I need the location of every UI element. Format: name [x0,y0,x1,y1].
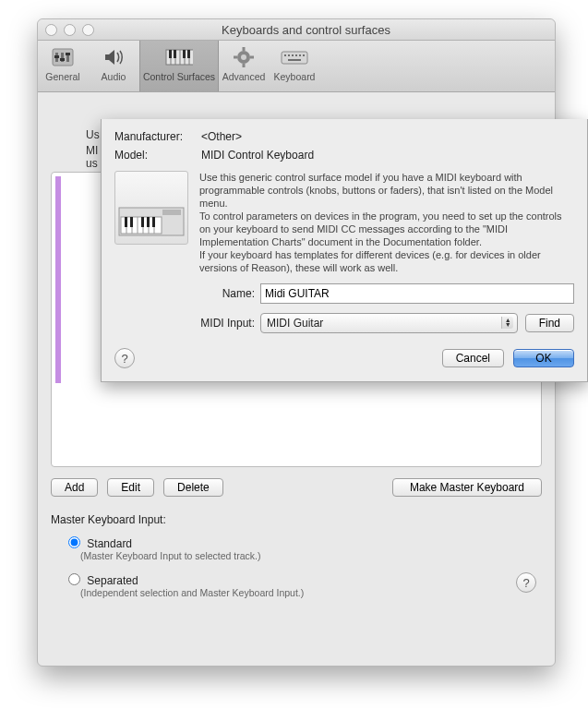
svg-rect-16 [187,50,190,58]
keyboard-icon [281,45,308,69]
svg-rect-26 [292,54,294,56]
svg-rect-15 [183,50,186,58]
tab-control-surfaces[interactable]: Control Surfaces [139,41,219,91]
svg-rect-27 [295,54,297,56]
model-label: Model: [114,149,201,162]
name-label: Name: [114,287,255,300]
tab-audio[interactable]: Audio [89,41,139,91]
svg-rect-23 [282,52,307,64]
svg-rect-29 [303,54,305,56]
svg-rect-44 [152,217,155,227]
master-keyboard-input-label: Master Keyboard Input: [51,513,542,526]
piano-icon [165,45,193,69]
close-window-button[interactable] [45,24,57,36]
midi-input-popup[interactable]: MIDI Guitar ▲▼ [260,313,518,333]
titlebar: Keyboards and control surfaces [38,19,555,41]
svg-rect-14 [174,50,176,58]
svg-point-18 [241,54,246,60]
svg-rect-6 [66,53,70,55]
device-image [114,171,188,245]
prefs-toolbar: General Audio Control Surfaces Advanced … [38,41,555,92]
radio-standard[interactable]: Standard [64,537,132,550]
radio-separated-input[interactable] [68,573,80,585]
svg-rect-41 [130,217,133,227]
svg-rect-4 [54,55,59,58]
radio-standard-input[interactable] [68,536,80,548]
svg-rect-22 [250,56,254,59]
device-list-selection[interactable] [55,176,61,383]
radio-separated[interactable]: Separated [64,574,138,587]
svg-rect-21 [234,56,237,59]
delete-button[interactable]: Delete [163,478,223,497]
device-description: Use this generic control surface model i… [199,171,574,274]
svg-rect-43 [147,217,150,227]
find-button[interactable]: Find [525,314,574,332]
svg-rect-25 [288,54,290,56]
svg-rect-5 [60,58,65,61]
svg-rect-28 [299,54,301,56]
svg-rect-20 [243,64,246,67]
manufacturer-value: <Other> [201,130,242,143]
svg-rect-32 [162,210,181,215]
svg-rect-30 [288,59,301,61]
tab-advanced[interactable]: Advanced [219,41,270,91]
chevron-up-down-icon: ▲▼ [505,318,511,327]
speaker-icon [100,45,127,69]
radio-separated-sub: (Independent selection and Master Keyboa… [80,587,542,598]
edit-button[interactable]: Edit [107,478,154,497]
preferences-window: Keyboards and control surfaces General A… [37,18,556,667]
help-button[interactable]: ? [516,572,536,593]
svg-rect-42 [141,217,144,227]
cancel-button[interactable]: Cancel [442,349,504,367]
ok-button[interactable]: OK [513,349,574,367]
tab-keyboard[interactable]: Keyboard [270,41,320,91]
gear-icon [230,45,258,69]
midi-input-label: MIDI Input: [114,317,255,330]
sheet-help-button[interactable]: ? [114,348,135,368]
manufacturer-label: Manufacturer: [114,130,201,143]
add-device-sheet: Manufacturer: <Other> Model: MIDI Contro… [101,119,588,382]
sliders-icon [49,45,77,69]
make-master-keyboard-button[interactable]: Make Master Keyboard [392,478,542,497]
svg-rect-19 [243,47,246,51]
svg-rect-24 [284,54,286,56]
radio-standard-sub: (Master Keyboard Input to selected track… [80,550,542,561]
name-input[interactable] [260,283,574,304]
model-value: MIDI Control Keyboard [201,149,314,162]
add-button[interactable]: Add [51,478,98,497]
tab-general[interactable]: General [38,41,89,91]
window-title: Keyboards and control surfaces [57,23,555,37]
svg-rect-40 [125,217,127,227]
svg-rect-13 [169,50,172,58]
